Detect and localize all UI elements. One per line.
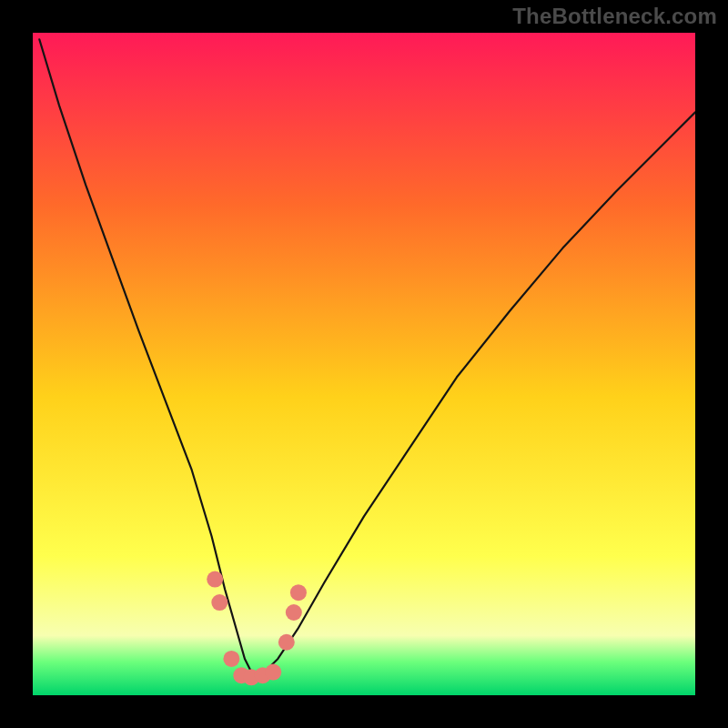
curve-marker-2	[223, 651, 239, 667]
curve-marker-9	[290, 584, 307, 601]
watermark-text: TheBottleneck.com	[512, 4, 717, 29]
curve-marker-8	[286, 604, 302, 621]
curve-marker-7	[278, 634, 295, 651]
curve-marker-0	[207, 571, 223, 588]
bottleneck-chart	[33, 33, 695, 695]
curve-marker-6	[265, 664, 281, 681]
gradient-panel	[33, 33, 695, 695]
app-frame: TheBottleneck.com	[0, 0, 728, 728]
curve-marker-1	[211, 594, 228, 611]
